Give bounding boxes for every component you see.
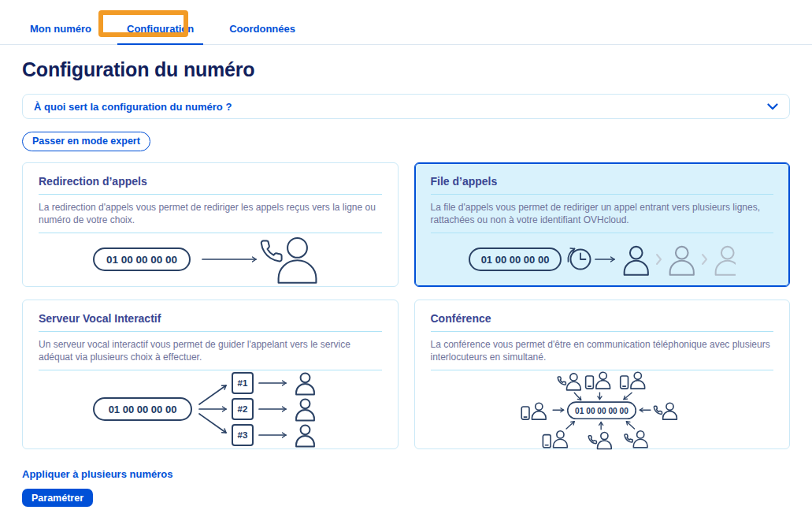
file-appels-illustration: 01 00 00 00 00 <box>431 240 774 278</box>
conference-illustration: 01 00 00 00 00 <box>431 377 774 441</box>
person-icon <box>296 399 314 420</box>
arrow-icon <box>574 393 580 400</box>
arrow-icon <box>199 385 226 404</box>
accordion-label: À quoi sert la configuration du numéro ? <box>34 101 232 113</box>
expert-mode-button[interactable]: Passer en mode expert <box>22 132 150 151</box>
tab-coordonnees[interactable]: Coordonnées <box>220 23 305 44</box>
phone-number-text: 01 00 00 00 00 <box>575 406 628 415</box>
help-accordion[interactable]: À quoi sert la configuration du numéro ? <box>22 94 790 119</box>
card-file-appels[interactable]: File d’appels La file d'appels vous perm… <box>414 162 791 287</box>
key-label: #3 <box>237 430 247 440</box>
tab-configuration[interactable]: Configuration <box>117 23 203 44</box>
divider <box>431 331 774 332</box>
key-label: #2 <box>237 404 247 414</box>
card-title: Redirection d’appels <box>39 175 382 188</box>
arrow-icon <box>199 414 226 433</box>
person-icon <box>625 247 648 275</box>
chevron-right-icon <box>657 255 661 264</box>
person-with-mobile-icon <box>543 431 568 448</box>
key-label: #1 <box>237 378 247 388</box>
divider <box>431 233 774 233</box>
person-icon <box>296 373 314 394</box>
person-with-mobile-icon <box>621 372 645 389</box>
person-with-handset-icon <box>589 432 612 448</box>
arrow-icon <box>627 421 635 428</box>
card-title: File d’appels <box>431 175 774 188</box>
person-with-mobile-icon <box>521 403 546 419</box>
person-icon-light-gray <box>716 247 736 275</box>
waiting-clock-icon <box>569 248 591 269</box>
redirection-illustration: 01 00 00 00 00 <box>39 240 382 278</box>
phone-number-text: 01 00 00 00 00 <box>481 254 550 266</box>
person-icon <box>278 238 316 283</box>
configure-button[interactable]: Paramétrer <box>22 489 93 507</box>
card-description: Un serveur vocal interactif vous permet … <box>39 338 382 363</box>
page-title: Configuration du numéro <box>22 58 790 81</box>
card-title: Conférence <box>431 312 774 325</box>
chevron-down-icon <box>767 103 778 110</box>
configuration-cards: Redirection d’appels La redirection d'ap… <box>22 162 790 449</box>
card-serveur-vocal-interactif[interactable]: Serveur Vocal Interactif Un serveur voca… <box>22 300 399 449</box>
card-description: La conférence vous permet d'être en comm… <box>431 338 774 363</box>
divider <box>431 194 774 195</box>
handset-icon <box>261 240 281 261</box>
tab-bar: Mon numéro Configuration Coordonnées <box>0 0 812 45</box>
phone-number-text: 01 00 00 00 00 <box>106 254 177 266</box>
card-conference[interactable]: Conférence La conférence vous permet d'ê… <box>414 300 791 449</box>
card-description: La file d'appels vous permet de redirige… <box>431 201 774 226</box>
tab-mon-numero[interactable]: Mon numéro <box>20 23 101 44</box>
card-title: Serveur Vocal Interactif <box>39 312 382 325</box>
divider <box>39 331 382 332</box>
person-with-mobile-icon <box>586 372 610 389</box>
svi-illustration: 01 00 00 00 00 #1 #2 #3 <box>39 377 382 441</box>
arrow-icon <box>624 393 632 399</box>
phone-number-text: 01 00 00 00 00 <box>108 404 176 415</box>
person-with-handset-icon <box>625 431 647 448</box>
apply-multiple-numbers-link[interactable]: Appliquer à plusieurs numéros <box>22 468 172 480</box>
divider <box>39 194 382 195</box>
person-with-handset-icon <box>654 403 677 419</box>
card-description: La redirection d'appels vous permet de r… <box>39 201 382 226</box>
arrow-icon <box>566 421 574 428</box>
person-icon-gray <box>670 247 694 275</box>
person-with-handset-icon <box>558 374 581 390</box>
card-redirection-appels[interactable]: Redirection d’appels La redirection d'ap… <box>22 162 399 287</box>
chevron-right-icon <box>703 255 706 264</box>
person-icon <box>296 425 314 446</box>
